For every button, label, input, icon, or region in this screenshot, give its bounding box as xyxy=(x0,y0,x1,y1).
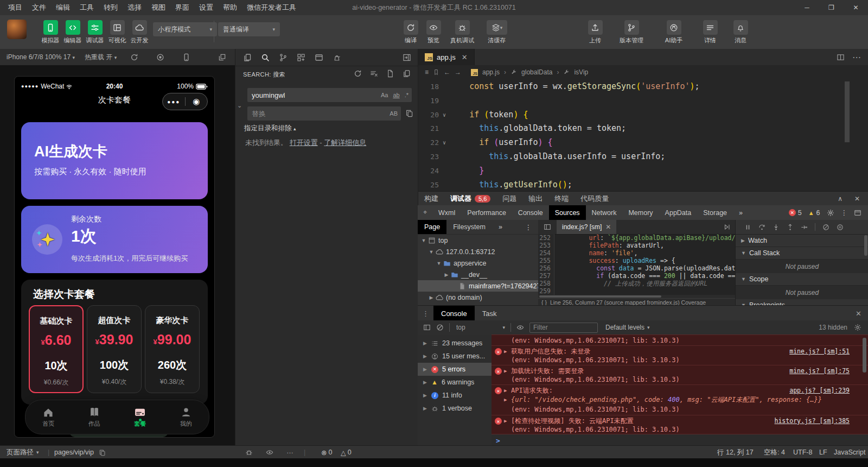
code-editor[interactable]: 18 const userInfo = wx.getStorageSync('u… xyxy=(418,79,868,191)
devtools-tab-memory[interactable]: Memory xyxy=(622,205,659,220)
problem-warnings[interactable]: △0 xyxy=(341,446,352,459)
source-link[interactable]: history.js? [sm]:385 xyxy=(775,417,850,425)
menu-tools[interactable]: 工具 xyxy=(75,3,99,12)
step-out-icon[interactable] xyxy=(787,224,794,231)
console-message[interactable]: ✕ ▶ [检查待处理视频] 失败: 云端API未配置 history.js? [… xyxy=(492,415,868,434)
source-control-icon[interactable] xyxy=(279,53,288,62)
search-icon[interactable] xyxy=(261,53,270,62)
breadcrumb-object[interactable]: globalData xyxy=(521,68,552,76)
clear-cache-button[interactable]: ▾ 清缓存 xyxy=(482,20,512,45)
device-select[interactable]: iPhone 6/7/8 100% 17 ▾ xyxy=(0,53,75,61)
editor-scrollbar[interactable] xyxy=(845,81,850,142)
mapped-source-link[interactable]: index.js xyxy=(659,299,678,306)
close-icon[interactable]: ✕ xyxy=(844,0,868,15)
tab-output[interactable]: 输出 xyxy=(522,194,548,204)
format-icon[interactable]: { } xyxy=(538,299,550,306)
extensions-icon[interactable] xyxy=(297,53,305,62)
devtools-tab-wxml[interactable]: Wxml xyxy=(432,205,461,220)
close-tab-icon[interactable]: ✕ xyxy=(462,53,468,61)
tab-build[interactable]: 构建 xyxy=(418,194,444,204)
devtools-tab-network[interactable]: Network xyxy=(586,205,623,220)
messages-button[interactable]: 消息 xyxy=(731,20,750,45)
bug-icon[interactable] xyxy=(245,446,253,459)
menu-devtools[interactable]: 微信开发者工具 xyxy=(242,3,301,12)
close-panel-icon[interactable]: ✕ xyxy=(854,195,860,203)
split-editor-icon[interactable] xyxy=(837,53,845,61)
tab-works[interactable]: 作品 xyxy=(72,400,118,434)
editor-more-icon[interactable]: ⋯ xyxy=(852,52,861,62)
expand-icon[interactable]: ▶ xyxy=(504,418,507,424)
outline-icon[interactable]: ≡ xyxy=(425,68,429,76)
match-case-icon[interactable]: Aa xyxy=(381,92,388,98)
open-in-editor-icon[interactable] xyxy=(386,70,394,78)
compile-mode-select[interactable]: 普通编译▾ xyxy=(218,22,280,36)
replace-input[interactable] xyxy=(247,110,401,118)
console-filter-input[interactable] xyxy=(529,323,598,333)
pause-icon[interactable] xyxy=(744,224,751,231)
copy-path-icon[interactable] xyxy=(99,446,106,459)
expand-icon[interactable]: ▶ xyxy=(504,368,507,374)
tree-item-no-domain[interactable]: ▶ (no domain) xyxy=(418,292,538,303)
device-frame-icon[interactable] xyxy=(182,53,190,61)
devtools-tab-performance[interactable]: Performance xyxy=(461,205,512,220)
scope-section[interactable]: ▼Scope xyxy=(736,273,868,286)
fold-icon[interactable]: ∨ xyxy=(439,112,450,118)
dock-icon[interactable] xyxy=(854,209,861,217)
expand-icon[interactable]: ▶ xyxy=(504,388,507,393)
search-dirs-toggle[interactable]: 指定目录和排除 ▴ xyxy=(244,124,296,133)
callstack-section[interactable]: ▼Call Stack xyxy=(736,247,868,260)
menu-goto[interactable]: 转到 xyxy=(99,3,123,12)
step-over-icon[interactable] xyxy=(758,224,765,231)
nav-back-icon[interactable]: ← xyxy=(444,68,450,76)
filter-errors[interactable]: ▶✕5 errors xyxy=(418,363,492,376)
console-settings-icon[interactable] xyxy=(847,324,868,331)
step-into-icon[interactable] xyxy=(773,224,780,231)
user-avatar[interactable] xyxy=(7,20,27,39)
devtools-tab-sources[interactable]: Sources xyxy=(549,205,586,220)
encoding[interactable]: UTF-8 xyxy=(793,446,812,459)
tree-tab-filesystem[interactable]: Filesystem xyxy=(446,220,492,234)
clear-results-icon[interactable] xyxy=(370,70,378,78)
menu-project[interactable]: 项目 xyxy=(3,3,27,12)
tab-code-quality[interactable]: 代码质量 xyxy=(575,194,615,204)
console-message[interactable]: (env: Windows,mp,1.06.2310071; lib: 3.10… xyxy=(492,335,868,345)
whole-word-icon[interactable]: ab xyxy=(393,92,399,98)
console-scrollbar[interactable] xyxy=(863,338,866,373)
menu-select[interactable]: 选择 xyxy=(123,3,146,12)
tree-item-top[interactable]: ▼ top xyxy=(418,235,538,246)
collapse-sidebar-icon[interactable] xyxy=(403,53,411,62)
tree-item-mainframe[interactable]: mainframe?t=1762942780 xyxy=(418,280,538,292)
restart-icon[interactable] xyxy=(130,53,138,61)
panel-icon[interactable] xyxy=(315,53,323,62)
close-tab-icon[interactable]: ✕ xyxy=(605,223,611,231)
indent-setting[interactable]: 空格: 4 xyxy=(764,446,785,459)
tab-home[interactable]: 首页 xyxy=(25,400,72,434)
filter-all-messages[interactable]: ▶23 messages xyxy=(418,337,492,350)
gear-icon[interactable] xyxy=(827,209,834,217)
menu-file[interactable]: 文件 xyxy=(27,3,51,12)
tab-problems[interactable]: 问题 xyxy=(496,194,522,204)
levels-select[interactable]: Default levels▾ xyxy=(598,324,650,331)
fold-icon[interactable]: ∨ xyxy=(439,140,450,146)
bookmark-icon[interactable] xyxy=(433,69,439,75)
compile-button[interactable]: 编译 xyxy=(401,20,420,45)
console-sidebar-icon[interactable] xyxy=(418,324,436,331)
details-button[interactable]: 详情 xyxy=(701,20,719,45)
kettle-icon[interactable] xyxy=(333,53,341,62)
tree-more-icon[interactable]: » xyxy=(492,220,509,234)
context-select[interactable]: top▾ xyxy=(450,324,505,331)
toggle-replace-icon[interactable]: ⌄ xyxy=(237,102,242,109)
nav-forward-icon[interactable]: → xyxy=(455,68,461,76)
filter-verbose[interactable]: ▶1 verbose xyxy=(418,402,492,415)
expand-icon[interactable]: ▶ xyxy=(504,397,507,402)
filter-user-messages[interactable]: ▶15 user mes... xyxy=(418,350,492,363)
close-console-icon[interactable]: ✕ xyxy=(856,306,868,321)
toggle-navigator-icon[interactable] xyxy=(538,220,557,234)
collapse-all-icon[interactable] xyxy=(403,70,411,78)
upload-button[interactable]: 上传 xyxy=(586,20,604,45)
devtools-tab-console[interactable]: Console xyxy=(512,205,549,220)
deactivate-breakpoints-icon[interactable] xyxy=(822,224,829,231)
menu-edit[interactable]: 编辑 xyxy=(51,3,75,12)
explorer-icon[interactable] xyxy=(243,53,252,62)
preview-button[interactable]: 预览 xyxy=(424,20,443,45)
